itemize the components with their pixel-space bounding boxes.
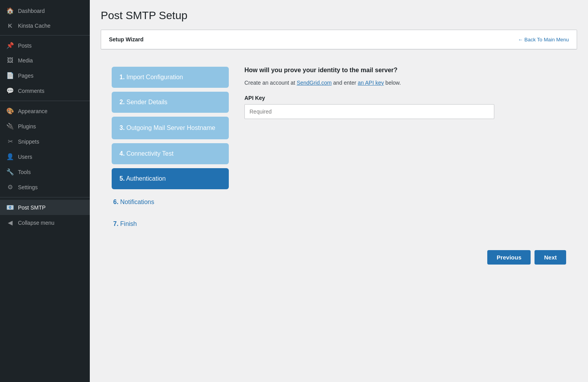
right-panel: How will you prove your identity to the …	[244, 67, 566, 233]
sidebar-item-label: Pages	[18, 73, 34, 79]
sidebar-item-label: Kinsta Cache	[18, 23, 50, 29]
posts-icon: 📌	[6, 42, 14, 49]
sidebar-item-label: Tools	[18, 169, 31, 175]
media-icon: 🖼	[6, 57, 14, 64]
sidebar-item-media[interactable]: 🖼 Media	[0, 53, 90, 68]
sidebar-item-post-smtp[interactable]: 📧 Post SMTP	[0, 200, 90, 215]
sidebar-item-label: Comments	[18, 88, 45, 94]
tools-icon: 🔧	[6, 168, 14, 176]
step-3-button[interactable]: 3. Outgoing Mail Server Hostname	[112, 117, 229, 139]
users-icon: 👤	[6, 153, 14, 160]
sidebar-item-settings[interactable]: ⚙ Settings	[0, 179, 90, 195]
setup-wizard-card: Setup Wizard ← Back To Main Menu	[101, 30, 577, 50]
sidebar-item-label: Snippets	[18, 139, 39, 145]
description-suffix: below.	[384, 80, 401, 86]
back-to-main-menu-link[interactable]: ← Back To Main Menu	[518, 37, 569, 43]
step-5-button[interactable]: 5. Authentication	[112, 168, 229, 189]
collapse-icon: ◀	[6, 219, 14, 226]
main-content: Post SMTP Setup Setup Wizard ← Back To M…	[90, 0, 588, 382]
plugins-icon: 🔌	[6, 123, 14, 130]
sidebar-item-label: Dashboard	[18, 8, 45, 14]
step-4-button[interactable]: 4. Connectivity Test	[112, 143, 229, 164]
sidebar: 🏠 Dashboard K Kinsta Cache 📌 Posts 🖼 Med…	[0, 0, 90, 382]
sidebar-item-users[interactable]: 👤 Users	[0, 149, 90, 164]
next-button[interactable]: Next	[535, 250, 566, 265]
steps-panel: 1. Import Configuration 2. Sender Detail…	[112, 67, 229, 233]
sidebar-item-label: Settings	[18, 184, 38, 190]
sidebar-item-comments[interactable]: 💬 Comments	[0, 83, 90, 98]
card-header: Setup Wizard ← Back To Main Menu	[101, 30, 577, 49]
sidebar-item-kinsta-cache[interactable]: K Kinsta Cache	[0, 18, 90, 33]
api-key-link[interactable]: an API key	[358, 80, 384, 86]
sidebar-item-label: Posts	[18, 43, 32, 49]
question-title: How will you prove your identity to the …	[244, 67, 566, 74]
post-smtp-icon: 📧	[6, 204, 14, 211]
sidebar-item-snippets[interactable]: ✂ Snippets	[0, 134, 90, 149]
step-6-link[interactable]: 6. Notifications	[112, 193, 229, 211]
footer-bar: Previous Next	[101, 242, 577, 272]
sidebar-item-pages[interactable]: 📄 Pages	[0, 68, 90, 83]
settings-icon: ⚙	[6, 183, 14, 191]
previous-button[interactable]: Previous	[487, 250, 531, 265]
step-2-button[interactable]: 2. Sender Details	[112, 92, 229, 113]
description-text: Create an account at SendGrid.com and en…	[244, 78, 566, 87]
sidebar-item-label: Appearance	[18, 108, 48, 114]
sidebar-item-label: Media	[18, 57, 33, 64]
comments-icon: 💬	[6, 87, 14, 94]
sidebar-item-label: Collapse menu	[18, 220, 54, 226]
page-title: Post SMTP Setup	[101, 9, 577, 22]
api-key-input[interactable]	[244, 104, 494, 119]
sidebar-item-label: Plugins	[18, 123, 36, 130]
pages-icon: 📄	[6, 72, 14, 79]
sidebar-item-label: Post SMTP	[18, 204, 46, 211]
sidebar-item-dashboard[interactable]: 🏠 Dashboard	[0, 3, 90, 18]
kinsta-icon: K	[6, 22, 14, 29]
card-header-title: Setup Wizard	[109, 36, 144, 43]
description-middle: and enter	[331, 80, 358, 86]
sidebar-item-posts[interactable]: 📌 Posts	[0, 38, 90, 53]
snippets-icon: ✂	[6, 138, 14, 145]
sidebar-item-plugins[interactable]: 🔌 Plugins	[0, 119, 90, 134]
api-key-label: API Key	[244, 95, 566, 101]
step-1-button[interactable]: 1. Import Configuration	[112, 67, 229, 88]
sidebar-item-collapse[interactable]: ◀ Collapse menu	[0, 215, 90, 230]
appearance-icon: 🎨	[6, 107, 14, 115]
content-area: 1. Import Configuration 2. Sender Detail…	[101, 57, 577, 242]
sidebar-item-label: Users	[18, 154, 32, 160]
description-prefix: Create an account at	[244, 80, 297, 86]
sidebar-item-tools[interactable]: 🔧 Tools	[0, 164, 90, 179]
sidebar-item-appearance[interactable]: 🎨 Appearance	[0, 103, 90, 119]
dashboard-icon: 🏠	[6, 7, 14, 14]
step-7-link[interactable]: 7. Finish	[112, 215, 229, 233]
sendgrid-link[interactable]: SendGrid.com	[297, 80, 331, 86]
